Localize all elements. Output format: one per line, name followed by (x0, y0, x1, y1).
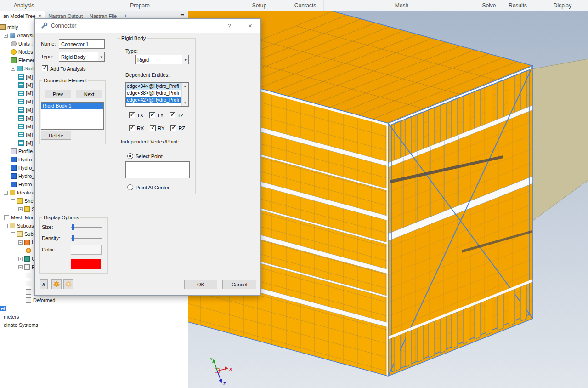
loads-icon (24, 240, 30, 245)
density-slider[interactable] (71, 235, 102, 241)
entity-item[interactable]: edge<38>@Hydro_Profi (126, 90, 181, 97)
tree-expander-icon[interactable]: − (18, 240, 23, 245)
collapse-button[interactable]: ∧ (40, 279, 48, 289)
close-icon[interactable]: × (248, 22, 252, 29)
tree-item-label: Hydro_ (18, 157, 34, 162)
add-to-analysis-checkbox[interactable] (42, 65, 48, 71)
tree-item-label: mbly (7, 24, 18, 30)
ribbon-tab-contacts[interactable]: Contacts (287, 0, 324, 11)
connector-element-list[interactable]: Rigid Body 1 (41, 102, 104, 130)
tree-item-label: Deformed (33, 297, 55, 303)
density-slider-thumb[interactable] (72, 235, 74, 241)
ribbon-tab-display[interactable]: Display (537, 0, 588, 11)
help-icon[interactable]: ? (228, 23, 231, 29)
tree-item-label: Mesh Mod (11, 215, 34, 220)
tree-expander-icon[interactable]: − (18, 265, 23, 269)
density-slider-track (71, 238, 102, 239)
size-slider[interactable] (71, 224, 102, 230)
checkbox-ty[interactable] (149, 112, 155, 118)
display-options-group-title: Display Options (42, 215, 80, 220)
dialog-titlebar[interactable]: Connector ? × (35, 19, 260, 33)
size-slider-thumb[interactable] (72, 224, 74, 230)
tree-expander-icon[interactable]: − (11, 67, 15, 71)
checkbox-rx[interactable] (129, 125, 135, 131)
dof-row-1: TXTYTZ (129, 112, 184, 118)
scroll-up-icon[interactable]: ▲ (182, 84, 188, 88)
select-point-radio[interactable] (127, 153, 133, 159)
tree-expander-icon[interactable]: + (18, 257, 23, 261)
cancel-button[interactable]: Cancel (222, 280, 256, 289)
dependent-entities-list[interactable]: edge<34>@Hydro_Profiedge<38>@Hydro_Profi… (125, 82, 189, 107)
checkbox-tz[interactable] (170, 112, 175, 118)
tree-item[interactable]: meters (0, 313, 188, 321)
independent-vertex-label: Independent Vertex/Point: (121, 139, 179, 144)
contact-icon (18, 124, 24, 129)
tree-expander-icon[interactable]: − (4, 34, 8, 38)
ribbon-tab-prepare[interactable]: Prepare (48, 0, 232, 11)
name-label: Name: (41, 41, 56, 46)
surface-contacts-icon (17, 66, 23, 71)
ribbon-tab-mesh[interactable]: Mesh (324, 0, 480, 11)
next-button[interactable]: Next (76, 90, 102, 98)
units-icon (11, 41, 17, 46)
checkbox-label: RX (137, 126, 144, 131)
constraints-icon (24, 256, 30, 262)
rigid-body-group-title: Rigid Body (120, 35, 147, 41)
point-input[interactable] (125, 161, 190, 178)
size-label: Size: (42, 224, 53, 230)
tree-item-label: meters (4, 314, 19, 320)
dof-ry: RY (150, 125, 164, 131)
scroll-down-icon[interactable]: ▼ (182, 101, 188, 105)
tree-item-label: Hydro_ (18, 173, 34, 179)
checkbox-label: TX (137, 113, 143, 118)
connector-dialog: Connector ? × Name: Type: Rigid Body ▾ A… (34, 18, 261, 296)
name-input[interactable] (59, 39, 105, 49)
entity-item[interactable]: edge<34>@Hydro_Profi (126, 83, 181, 90)
part-blue-icon (11, 182, 17, 187)
select-point-label: Select Point (136, 154, 163, 159)
dependent-entities-label: Dependent Entities: (125, 72, 170, 78)
tree-expander-icon[interactable]: − (4, 224, 8, 228)
triad-z-label: Z (223, 382, 226, 386)
ribbon-tab-setup[interactable]: Setup (232, 0, 287, 11)
contact-icon (18, 140, 24, 146)
tree-item[interactable]: Deformed (0, 296, 188, 304)
dof-tz: TZ (170, 112, 183, 118)
checkbox-label: RY (158, 126, 164, 131)
connector-element-item[interactable]: Rigid Body 1 (41, 103, 103, 109)
checkbox-rz[interactable] (170, 125, 176, 131)
result-icon (26, 297, 31, 303)
dialog-title: Connector (51, 23, 76, 29)
point-at-center-radio[interactable] (127, 184, 133, 190)
rigid-body-type-select[interactable]: Rigid ▾ (135, 55, 189, 64)
size-slider-track (71, 227, 102, 228)
entities-scrollbar[interactable]: ▲ ▼ (181, 83, 188, 106)
delete-button[interactable]: Delete (41, 131, 71, 140)
result-icon (26, 281, 31, 286)
dof-tx: TX (129, 112, 143, 118)
ribbon-tab-analysis[interactable]: Analysis (0, 0, 48, 11)
contact-icon (18, 115, 24, 121)
tree-expander-icon[interactable]: − (4, 191, 8, 195)
tree-item[interactable]: el (0, 304, 188, 313)
ok-button[interactable]: OK (184, 280, 217, 289)
checkbox-tx[interactable] (129, 112, 135, 118)
subcases-icon (10, 223, 15, 228)
color-button[interactable] (71, 245, 102, 255)
checkbox-label: TY (157, 113, 164, 118)
symbols-toggle-button[interactable] (51, 279, 62, 289)
checkbox-ry[interactable] (150, 125, 156, 131)
tree-expander-icon[interactable]: + (18, 207, 23, 211)
sun-filled-icon (53, 281, 60, 287)
tree-expander-icon[interactable]: − (11, 232, 15, 236)
tree-item-label: el (0, 306, 6, 311)
symbols-toggle-button-2[interactable] (63, 279, 74, 289)
connector-type-select[interactable]: Rigid Body ▾ (59, 52, 105, 62)
ribbon-tab-solve[interactable]: Solve (480, 0, 498, 11)
prev-button[interactable]: Prev (45, 90, 71, 98)
ribbon-tab-results[interactable]: Results (498, 0, 537, 11)
entity-item[interactable]: edge<42>@Hydro_Profi (126, 97, 181, 103)
tree-item[interactable]: dinate Systems (0, 321, 188, 329)
contact-icon (18, 91, 24, 96)
tree-expander-icon[interactable]: − (11, 199, 15, 203)
